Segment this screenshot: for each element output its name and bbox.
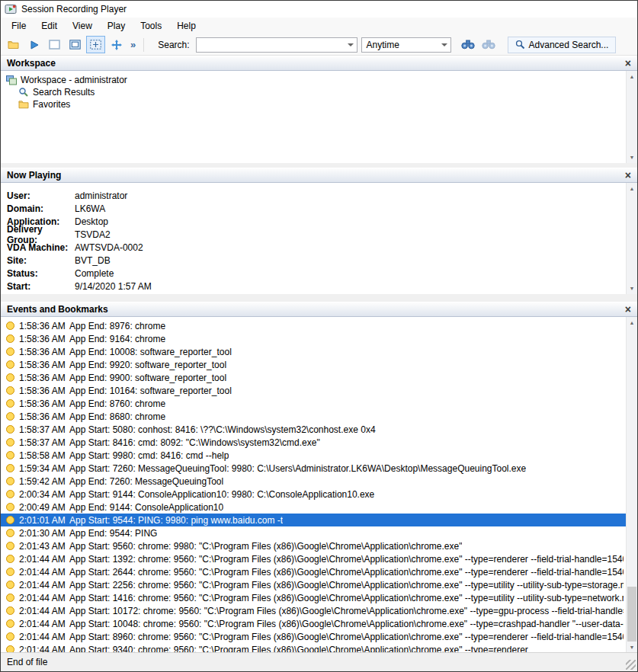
event-row[interactable]: 2:01:44 AMApp Start: 1392: chrome: 9560:… [1, 552, 637, 565]
event-row[interactable]: 1:58:37 AMApp Start: 5080: conhost: 8416… [1, 423, 637, 436]
event-row[interactable]: 1:58:36 AMApp End: 8760: chrome [1, 397, 637, 410]
search-previous-button[interactable] [479, 36, 499, 53]
scroll-track[interactable] [627, 328, 637, 642]
event-time: 2:01:44 AM [19, 632, 69, 642]
event-row[interactable]: 1:58:36 AMApp End: 8976: chrome [1, 319, 637, 332]
now-playing-field: Site:BVT_DB [1, 254, 637, 267]
event-row[interactable]: 2:01:30 AMApp End: 9544: PING [1, 526, 637, 539]
event-bookmark-icon [6, 581, 14, 589]
event-row[interactable]: 2:01:44 AMApp Start: 10048: chrome: 9560… [1, 617, 637, 630]
events-close-icon[interactable]: × [625, 304, 631, 315]
scroll-track[interactable] [627, 194, 637, 283]
event-text: App Start: 5080: conhost: 8416: \??\C:\W… [69, 424, 376, 435]
open-file-button[interactable] [4, 36, 23, 53]
scale-to-fit-button[interactable] [86, 36, 105, 53]
tree-item-label: Favorites [33, 99, 70, 110]
event-row[interactable]: 1:58:36 AMApp End: 10008: software_repor… [1, 345, 637, 358]
event-row[interactable]: 1:58:36 AMApp End: 9900: software_report… [1, 371, 637, 384]
field-value: LK6WA [75, 203, 105, 214]
event-row[interactable]: 2:01:43 AMApp Start: 9560: chrome: 9980:… [1, 539, 637, 552]
panel-splitter[interactable] [1, 294, 637, 302]
event-text: App End: 8680: chrome [69, 411, 165, 422]
menu-item-help[interactable]: Help [169, 18, 204, 34]
event-time: 2:01:43 AM [19, 541, 69, 552]
time-filter-dropdown-arrow-icon[interactable] [438, 38, 450, 52]
event-row[interactable]: 2:01:44 AMApp Start: 10172: chrome: 9560… [1, 604, 637, 617]
fullscreen-button[interactable] [45, 36, 64, 53]
event-row[interactable]: 2:01:44 AMApp Start: 2644: chrome: 9560:… [1, 565, 637, 578]
event-time: 1:58:36 AM [19, 321, 69, 331]
event-row[interactable]: 1:58:58 AMApp Start: 9980: cmd: 8416: cm… [1, 449, 637, 462]
advanced-search-button[interactable]: Advanced Search... [508, 37, 617, 53]
event-time: 1:58:37 AM [19, 437, 69, 448]
tree-item-workspace-root[interactable]: Workspace - administrator [1, 74, 637, 86]
menu-item-view[interactable]: View [65, 18, 100, 34]
menu-item-play[interactable]: Play [100, 18, 133, 34]
events-scrollbar[interactable]: ▲ ▼ [626, 317, 637, 653]
events-panel: 1:58:36 AMApp End: 8976: chrome1:58:36 A… [1, 317, 637, 653]
scroll-up-icon[interactable]: ▲ [627, 183, 637, 194]
event-time: 1:58:36 AM [19, 386, 69, 396]
menu-item-edit[interactable]: Edit [34, 18, 65, 34]
scroll-down-icon[interactable]: ▼ [627, 283, 637, 294]
scroll-down-icon[interactable]: ▼ [627, 642, 637, 653]
menu-item-file[interactable]: File [4, 18, 34, 34]
scroll-track[interactable] [627, 82, 637, 152]
event-bookmark-icon [6, 464, 14, 472]
event-row[interactable]: 2:01:44 AMApp Start: 2256: chrome: 9560:… [1, 578, 637, 591]
event-row[interactable]: 2:01:01 AMApp Start: 9544: PING: 9980: p… [1, 514, 637, 526]
search-input[interactable] [197, 38, 345, 52]
event-row[interactable]: 2:01:44 AMApp Start: 8960: chrome: 9560:… [1, 630, 637, 643]
now-playing-field: Status:Complete [1, 267, 637, 280]
now-playing-scrollbar[interactable]: ▲ ▼ [626, 183, 637, 294]
event-text: App Start: 8960: chrome: 9560: "C:\Progr… [69, 632, 624, 642]
event-row[interactable]: 2:01:44 AMApp Start: 1416: chrome: 9560:… [1, 591, 637, 604]
event-row[interactable]: 1:58:36 AMApp End: 9920: software_report… [1, 358, 637, 371]
workspace-scrollbar[interactable]: ▲ ▼ [626, 71, 637, 163]
title-bar: Session Recording Player [1, 1, 637, 18]
event-row[interactable]: 1:58:37 AMApp Start: 8416: cmd: 8092: "C… [1, 436, 637, 449]
event-text: App Start: 7260: MessageQueuingTool: 998… [69, 463, 526, 474]
panel-window-button[interactable] [66, 36, 85, 53]
event-row[interactable]: 1:59:34 AMApp Start: 7260: MessageQueuin… [1, 462, 637, 475]
more-buttons-chevron-icon[interactable]: » [127, 39, 139, 50]
event-text: App End: 9900: software_reporter_tool [69, 373, 226, 383]
resize-grip[interactable] [626, 660, 636, 670]
time-filter-select[interactable]: Anytime [361, 37, 451, 53]
event-text: App End: 7260: MessageQueuingTool [69, 476, 223, 487]
scroll-thumb[interactable] [627, 587, 636, 642]
event-row[interactable]: 2:00:49 AMApp End: 9144: ConsoleApplicat… [1, 501, 637, 514]
events-panel-title: Events and Bookmarks [7, 304, 108, 315]
event-row[interactable]: 2:00:34 AMApp Start: 9144: ConsoleApplic… [1, 488, 637, 501]
scroll-up-icon[interactable]: ▲ [627, 71, 637, 82]
move-arrows-icon [111, 40, 122, 50]
scroll-up-icon[interactable]: ▲ [627, 317, 637, 328]
workspace-panel: Workspace - administratorSearch ResultsF… [1, 71, 637, 163]
event-time: 2:01:01 AM [19, 515, 69, 526]
now-playing-close-icon[interactable]: × [625, 170, 631, 181]
scroll-down-icon[interactable]: ▼ [627, 152, 637, 163]
event-text: App End: 10164: software_reporter_tool [69, 386, 232, 396]
event-row[interactable]: 1:58:36 AMApp End: 10164: software_repor… [1, 384, 637, 397]
event-time: 2:01:44 AM [19, 567, 69, 578]
frame-icon [49, 40, 60, 50]
event-time: 1:58:37 AM [19, 424, 69, 435]
event-bookmark-icon [6, 451, 14, 459]
scale-to-fit-icon [90, 40, 101, 50]
menu-item-tools[interactable]: Tools [133, 18, 169, 34]
search-dropdown-arrow-icon[interactable] [345, 38, 357, 52]
event-time: 1:58:58 AM [19, 450, 69, 461]
workspace-close-icon[interactable]: × [625, 58, 631, 69]
field-value: 9/14/2020 1:57 AM [75, 281, 152, 292]
event-row[interactable]: 1:58:36 AMApp End: 9164: chrome [1, 332, 637, 345]
search-combobox[interactable] [196, 37, 357, 53]
pan-button[interactable] [107, 36, 126, 53]
event-time: 2:00:49 AM [19, 502, 69, 513]
search-next-button[interactable] [459, 36, 478, 53]
play-button[interactable] [24, 36, 43, 53]
event-time: 1:59:34 AM [19, 463, 69, 474]
event-row[interactable]: 1:59:42 AMApp End: 7260: MessageQueuingT… [1, 475, 637, 488]
event-row[interactable]: 1:58:36 AMApp End: 8680: chrome [1, 410, 637, 423]
tree-item-search-results[interactable]: Search Results [1, 86, 637, 98]
tree-item-favorites[interactable]: Favorites [1, 98, 637, 110]
